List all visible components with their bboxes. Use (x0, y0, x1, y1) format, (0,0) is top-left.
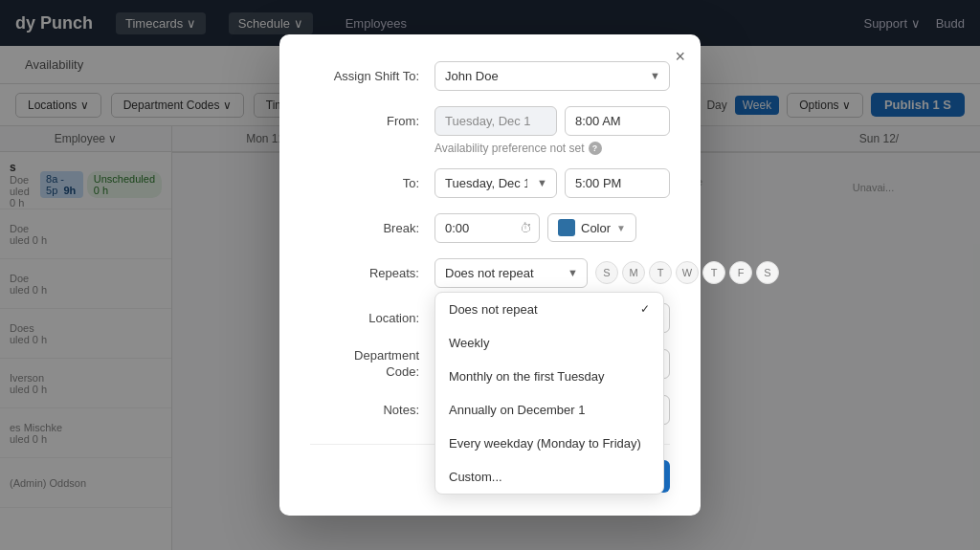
day-chip-wed[interactable]: W (676, 261, 699, 284)
from-date-display: Tuesday, Dec 1 (434, 106, 557, 136)
break-label: Break: (310, 221, 434, 235)
assign-select[interactable]: John Doe (434, 61, 670, 91)
color-button[interactable]: Color ▼ (547, 213, 636, 242)
from-row: From: Tuesday, Dec 1 (310, 106, 670, 136)
from-time-input[interactable] (565, 106, 670, 136)
assign-label: Assign Shift To: (310, 69, 434, 83)
dept-code-label: DepartmentCode: (310, 348, 434, 381)
day-chip-sat[interactable]: S (756, 261, 779, 284)
day-chip-fri[interactable]: F (729, 261, 752, 284)
repeats-dropdown: Does not repeat ✓ Weekly Monthly on the … (434, 292, 664, 495)
day-chips: S M T W T F S (595, 261, 779, 284)
to-label: To: (310, 176, 434, 190)
dropdown-item-annually-december[interactable]: Annually on December 1 (435, 393, 663, 427)
break-input-wrap: ⏱ (434, 213, 540, 243)
repeats-label: Repeats: (310, 266, 434, 280)
location-label: Location: (310, 311, 434, 325)
dropdown-item-every-weekday[interactable]: Every weekday (Monday to Friday) (435, 427, 663, 460)
repeats-select[interactable]: Does not repeat (434, 258, 588, 288)
to-date-select[interactable]: Tuesday, Dec 1 (434, 168, 557, 198)
check-icon: ✓ (640, 302, 650, 316)
to-row: To: Tuesday, Dec 1 ▼ (310, 168, 670, 198)
to-time-input[interactable] (565, 168, 670, 198)
from-group: Tuesday, Dec 1 (434, 106, 670, 136)
to-date-wrap: Tuesday, Dec 1 ▼ (434, 168, 557, 198)
day-chip-sun[interactable]: S (595, 261, 618, 284)
assign-control: John Doe ▼ (434, 61, 670, 91)
assign-shift-row: Assign Shift To: John Doe ▼ (310, 61, 670, 91)
repeats-group: Does not repeat ▼ Does not repeat ✓ Week… (434, 258, 779, 288)
day-chip-thu[interactable]: T (702, 261, 725, 284)
day-chip-mon[interactable]: M (622, 261, 645, 284)
to-group: Tuesday, Dec 1 ▼ (434, 168, 670, 198)
availability-row: Availability preference not set ? (434, 142, 670, 155)
repeats-row: Repeats: Does not repeat ▼ Does not repe… (310, 258, 670, 288)
color-chevron-icon: ▼ (616, 223, 626, 233)
from-label: From: (310, 114, 434, 128)
day-chip-tue[interactable]: T (649, 261, 672, 284)
help-icon[interactable]: ? (589, 142, 602, 155)
dropdown-item-custom[interactable]: Custom... (435, 460, 663, 494)
add-shift-modal: × Assign Shift To: John Doe ▼ From: Tues… (279, 34, 701, 517)
notes-label: Notes: (310, 403, 434, 417)
break-group: ⏱ Color ▼ (434, 213, 636, 243)
repeats-select-wrap: Does not repeat ▼ Does not repeat ✓ Week… (434, 258, 588, 288)
modal-overlay: × Assign Shift To: John Doe ▼ From: Tues… (0, 0, 980, 550)
dropdown-item-monthly-first-tuesday[interactable]: Monthly on the first Tuesday (435, 360, 663, 393)
clock-icon: ⏱ (520, 221, 532, 235)
dropdown-item-weekly[interactable]: Weekly (435, 326, 663, 360)
color-swatch (558, 219, 575, 236)
color-label: Color (581, 221, 611, 235)
close-button[interactable]: × (675, 48, 685, 65)
dropdown-item-does-not-repeat[interactable]: Does not repeat ✓ (435, 293, 663, 326)
availability-text: Availability preference not set (434, 142, 585, 155)
break-row: Break: ⏱ Color ▼ (310, 213, 670, 243)
